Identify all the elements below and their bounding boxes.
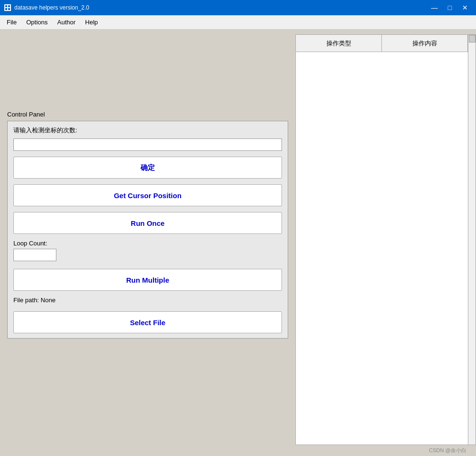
file-path-label: File path: None <box>13 295 282 306</box>
app-icon <box>4 4 11 11</box>
menu-file[interactable]: File <box>2 17 22 28</box>
control-panel-label: Control Panel <box>7 111 288 118</box>
maximize-button[interactable]: □ <box>443 2 457 13</box>
col-header-type: 操作类型 <box>296 35 382 52</box>
operations-table: 操作类型 操作内容 <box>295 34 476 445</box>
table-header: 操作类型 操作内容 <box>296 35 476 52</box>
input-label: 请输入检测坐标的次数: <box>13 126 282 135</box>
select-file-button[interactable]: Select File <box>13 311 282 333</box>
run-multiple-button[interactable]: Run Multiple <box>13 269 282 291</box>
main-content: Control Panel 请输入检测坐标的次数: 确定 Get Cursor … <box>0 30 476 456</box>
title-bar-controls: — □ ✕ <box>427 2 472 13</box>
svg-rect-3 <box>5 8 7 10</box>
get-cursor-position-button[interactable]: Get Cursor Position <box>13 184 282 206</box>
col-header-content: 操作内容 <box>382 35 468 52</box>
svg-rect-2 <box>8 5 10 7</box>
menu-bar: File Options Author Help <box>0 15 476 30</box>
title-bar: datasave helpers version_2.0 — □ ✕ <box>0 0 476 15</box>
right-panel: 操作类型 操作内容 CSDN @余小白 <box>295 30 476 456</box>
svg-rect-1 <box>5 5 7 7</box>
minimize-button[interactable]: — <box>427 2 442 13</box>
scrollbar-thumb[interactable] <box>469 35 476 42</box>
loop-count-input[interactable] <box>13 249 56 261</box>
menu-options[interactable]: Options <box>22 17 53 28</box>
title-bar-left: datasave helpers version_2.0 <box>4 4 89 11</box>
loop-count-label: Loop Count: <box>13 240 47 247</box>
left-panel: Control Panel 请输入检测坐标的次数: 确定 Get Cursor … <box>0 30 295 456</box>
window-title: datasave helpers version_2.0 <box>14 4 89 11</box>
coordinate-count-input[interactable] <box>13 138 282 151</box>
menu-author[interactable]: Author <box>53 17 80 28</box>
confirm-button[interactable]: 确定 <box>13 157 282 179</box>
loop-row: Loop Count: <box>13 238 282 263</box>
watermark: CSDN @余小白 <box>295 445 476 456</box>
run-once-button[interactable]: Run Once <box>13 212 282 234</box>
close-button[interactable]: ✕ <box>458 2 472 13</box>
menu-help[interactable]: Help <box>80 17 103 28</box>
scrollbar-track[interactable] <box>468 35 476 445</box>
svg-rect-4 <box>8 8 10 10</box>
control-panel-box: 请输入检测坐标的次数: 确定 Get Cursor Position Run O… <box>7 121 288 339</box>
table-body[interactable] <box>296 52 476 445</box>
